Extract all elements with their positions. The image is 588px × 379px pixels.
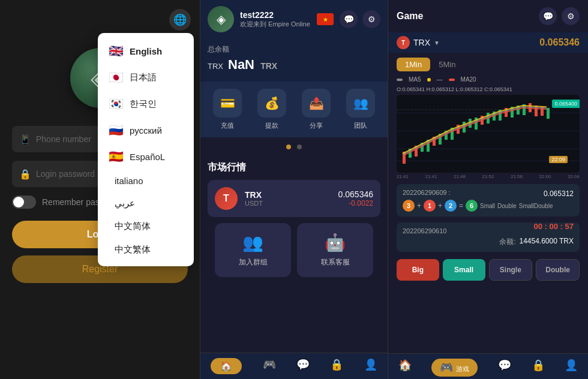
- plus-2: +: [438, 201, 442, 210]
- service-label: 联系客服: [321, 257, 350, 267]
- price-value: 0.065346: [338, 190, 373, 199]
- tab-1min[interactable]: 1Min: [397, 58, 430, 71]
- bet-small-button[interactable]: Small: [443, 259, 485, 281]
- join-group-button[interactable]: 👥 加入群组: [215, 223, 291, 277]
- ma5-dot: [397, 79, 403, 81]
- share-button[interactable]: 📤 分享: [302, 89, 331, 130]
- message-button[interactable]: 💬: [340, 10, 358, 28]
- remember-toggle[interactable]: [12, 195, 36, 209]
- market-item-trx: T TRX USDT 0.065346 -0.0022: [208, 180, 380, 217]
- flag-es-icon: 🇪🇸: [109, 149, 124, 164]
- lang-item-arabic[interactable]: عربي: [98, 192, 194, 215]
- group-icon: 👥: [242, 233, 263, 252]
- game-nav: 🏠 🎮 游戏 💬 🔒 👤: [388, 353, 588, 379]
- home-nav-game-icon: 🎮: [263, 358, 276, 371]
- flag-gb-icon: 🇬🇧: [109, 44, 124, 58]
- equals: =: [459, 201, 463, 210]
- balance-unit: TRX: [260, 61, 277, 71]
- game-nav-wallet[interactable]: 🔒: [532, 359, 545, 377]
- flag-ru-icon: 🇷🇺: [109, 123, 124, 137]
- customer-service-button[interactable]: 🤖 联系客服: [297, 223, 373, 277]
- market-item-info: TRX USDT: [245, 190, 263, 207]
- action-buttons: 💳 充值 💰 提款 📤 分享 👥 团队: [200, 82, 388, 137]
- bet-buttons: Big Small Single Double: [388, 254, 588, 284]
- price-chart: 0.065400 22:09: [397, 95, 580, 173]
- balance-amount: NaN TRX: [228, 57, 277, 73]
- lang-item-chinese-simplified[interactable]: 中文简体: [98, 215, 194, 238]
- market-section: 市场行情 T TRX USDT 0.065346 -0.0022 👥 加入群组 …: [200, 155, 388, 353]
- home-panel: ◈ test2222 欢迎来到 Empire Online ★ 💬 ⚙ 总余额 …: [200, 0, 388, 379]
- lang-label-spanish: EspañoL: [130, 152, 165, 162]
- lang-item-japanese[interactable]: 🇯🇵 日本語: [98, 64, 194, 91]
- record-1-id: 202206290609 :: [403, 189, 451, 196]
- game-header: Game 💬 ⚙: [388, 0, 588, 32]
- game-panel: Game 💬 ⚙ T TRX ▼ 0.065346 1Min 5Min MA5 …: [388, 0, 588, 379]
- ma20-dot: [449, 79, 455, 81]
- welcome-text: 欢迎来到 Empire Online: [240, 20, 311, 29]
- dot-2: [297, 145, 302, 149]
- home-nav: 🏠 🎮 💬 🔒 👤: [200, 353, 388, 379]
- community-row: 👥 加入群组 🤖 联系客服: [208, 223, 380, 283]
- lang-item-russian[interactable]: 🇷🇺 русский: [98, 117, 194, 143]
- bet-single-button[interactable]: Single: [489, 259, 533, 281]
- dot-1: [286, 145, 291, 149]
- home-nav-profile[interactable]: 👤: [364, 358, 377, 374]
- home-nav-chat[interactable]: 💬: [296, 358, 310, 374]
- lang-item-korean[interactable]: 🇰🇷 한국인: [98, 91, 194, 117]
- game-nav-profile-icon: 👤: [565, 359, 578, 372]
- home-nav-home-icon: 🏠: [211, 358, 242, 374]
- time-5: 21:56: [511, 174, 523, 179]
- record-2-header: 202206290610 00 : 00 : 57: [403, 227, 574, 234]
- recharge-button[interactable]: 💳 充值: [213, 89, 242, 130]
- ma5-label: MA5: [409, 76, 421, 83]
- time-1: 21:41: [397, 174, 409, 179]
- ma20-label: MA20: [461, 76, 476, 83]
- share-icon: 📤: [302, 89, 331, 118]
- coin-name-row: T TRX ▼: [397, 36, 440, 49]
- chart-time-labels: 21:41 21:41 21:48 21:52 21:56 22:00 22:0…: [388, 173, 588, 181]
- svg-rect-26: [529, 103, 532, 112]
- home-nav-wallet[interactable]: 🔒: [330, 358, 343, 374]
- dice-3: 3: [403, 200, 415, 212]
- lang-item-italian[interactable]: italiano: [98, 170, 194, 192]
- user-avatar: ◈: [208, 6, 234, 32]
- team-button[interactable]: 👥 团队: [346, 89, 375, 130]
- settings-button[interactable]: ⚙: [362, 10, 380, 28]
- game-settings-button[interactable]: ⚙: [562, 7, 580, 25]
- lang-label-korean: 한국인: [130, 98, 157, 110]
- game-nav-home[interactable]: 🏠: [398, 359, 412, 377]
- ma-values: O:0.065341 H:0.065312 L:0.065312 C:0.065…: [388, 85, 588, 95]
- recharge-icon: 💳: [213, 89, 242, 118]
- lang-item-english[interactable]: 🇬🇧 English: [98, 38, 194, 64]
- phone-icon: 📱: [19, 134, 31, 145]
- game-nav-profile[interactable]: 👤: [565, 359, 578, 377]
- bet-double-button[interactable]: Double: [536, 259, 580, 281]
- tab-5min[interactable]: 5Min: [430, 58, 464, 71]
- language-button[interactable]: 🌐: [169, 9, 191, 31]
- withdraw-button[interactable]: 💰 提款: [257, 89, 286, 130]
- time-current-label: 22:09: [549, 156, 568, 163]
- game-nav-label: 游戏: [456, 365, 469, 372]
- balance-value: 14454.6000 TRX: [519, 237, 574, 247]
- recharge-label: 充值: [221, 121, 234, 130]
- time-3: 21:48: [454, 174, 466, 179]
- game-nav-home-icon: 🏠: [398, 359, 412, 372]
- game-nav-game[interactable]: 🎮 游戏: [431, 359, 478, 377]
- lang-item-chinese-traditional[interactable]: 中文繁体: [98, 238, 194, 261]
- game-nav-wallet-icon: 🔒: [532, 359, 545, 372]
- game-message-button[interactable]: 💬: [539, 7, 557, 25]
- flag-jp-icon: 🇯🇵: [109, 70, 124, 85]
- home-nav-game[interactable]: 🎮: [263, 358, 276, 374]
- game-nav-chat[interactable]: 💬: [498, 359, 511, 377]
- balance-section: 总余额 TRX NaN TRX: [200, 38, 388, 82]
- lang-label-chinese-simplified: 中文简体: [115, 221, 151, 232]
- record-1-tags: 3 + 1 + 2 = 6 Small Double SmallDouble: [403, 200, 574, 212]
- home-nav-profile-icon: 👤: [364, 358, 377, 371]
- price-change: -0.0022: [338, 199, 373, 207]
- withdraw-icon: 💰: [257, 89, 286, 118]
- bet-big-button[interactable]: Big: [397, 259, 439, 281]
- user-info: test2222 欢迎来到 Empire Online: [240, 10, 311, 29]
- lang-item-spanish[interactable]: 🇪🇸 EspañoL: [98, 143, 194, 170]
- home-nav-home[interactable]: 🏠: [211, 358, 242, 374]
- lang-label-arabic: عربي: [115, 198, 135, 209]
